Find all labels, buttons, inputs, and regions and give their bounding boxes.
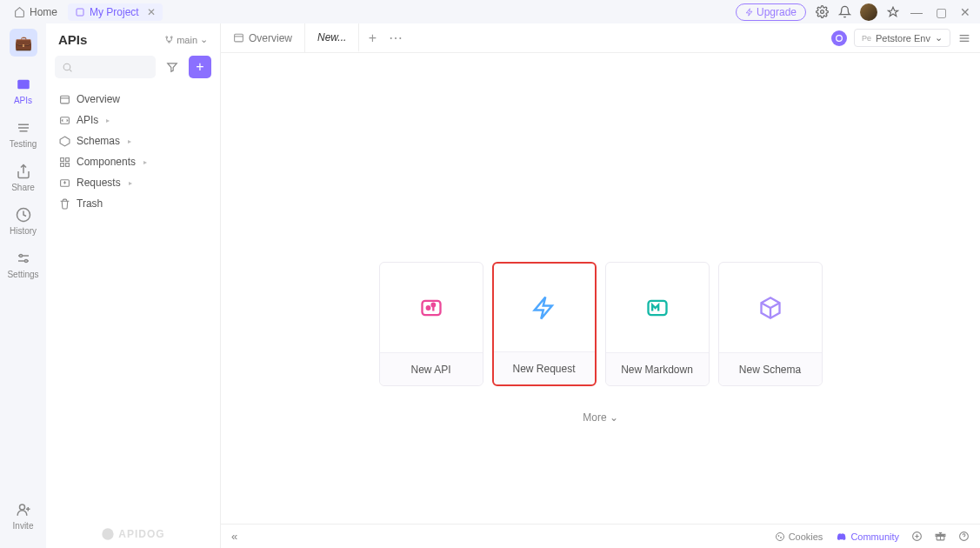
- svg-rect-13: [60, 96, 69, 104]
- request-icon: [494, 264, 595, 351]
- tab-overview[interactable]: Overview: [221, 23, 305, 52]
- card-new-api[interactable]: New API: [379, 262, 483, 386]
- discord-icon: [835, 531, 847, 542]
- history-icon: [15, 206, 32, 224]
- rail-item-testing[interactable]: Testing: [0, 112, 46, 156]
- svg-point-32: [431, 303, 435, 306]
- svg-point-36: [780, 537, 781, 538]
- upgrade-label: Upgrade: [757, 6, 797, 18]
- rail-label: APIs: [14, 96, 32, 105]
- more-link[interactable]: More ⌄: [583, 411, 617, 424]
- overview-icon: [58, 93, 70, 105]
- svg-point-6: [19, 255, 22, 257]
- svg-marker-16: [60, 137, 70, 146]
- branch-selector[interactable]: main ⌄: [164, 34, 208, 45]
- card-new-schema[interactable]: New Schema: [718, 262, 823, 386]
- rail-label: Settings: [7, 270, 38, 279]
- tree-item-requests[interactable]: Requests ▸: [53, 172, 213, 193]
- cookies-label: Cookies: [789, 531, 823, 542]
- markdown-icon: [606, 263, 709, 352]
- settings-icon[interactable]: [815, 5, 829, 19]
- collapse-button[interactable]: «: [231, 530, 237, 543]
- project-briefcase-icon[interactable]: 💼: [10, 29, 37, 57]
- svg-point-1: [820, 10, 823, 14]
- api-icon: [380, 263, 483, 352]
- add-tab-button[interactable]: +: [359, 23, 385, 52]
- maximize-button[interactable]: ▢: [933, 5, 949, 19]
- canvas: New API New Request New Markdown: [221, 53, 980, 524]
- svg-point-9: [166, 37, 168, 38]
- status-help-button[interactable]: [958, 531, 970, 542]
- close-button[interactable]: ✕: [957, 5, 973, 19]
- rail-label: Share: [11, 183, 35, 192]
- content: Overview New... + ⋯ Pe Petstore Env ⌄: [221, 23, 980, 548]
- sidebar: APIs main ⌄ + Overview APIs: [46, 23, 221, 548]
- rail-label: Invite: [13, 521, 34, 531]
- rail-item-share[interactable]: Share: [0, 156, 46, 199]
- community-label: Community: [850, 531, 899, 542]
- card-new-request[interactable]: New Request: [492, 262, 597, 386]
- tree-item-overview[interactable]: Overview: [53, 89, 213, 110]
- schemas-icon: [58, 135, 70, 147]
- tab-more-button[interactable]: ⋯: [385, 23, 406, 52]
- rail-item-apis[interactable]: APIs: [0, 69, 46, 112]
- tabs-row: Overview New... + ⋯ Pe Petstore Env ⌄: [221, 23, 980, 53]
- search-input[interactable]: [55, 56, 156, 78]
- hamburger-button[interactable]: [957, 31, 971, 45]
- rail-item-settings[interactable]: Settings: [0, 243, 46, 286]
- pin-icon[interactable]: [886, 5, 900, 19]
- svg-rect-20: [65, 163, 69, 166]
- close-icon[interactable]: ✕: [147, 6, 156, 18]
- svg-point-30: [426, 306, 430, 310]
- tree-item-components[interactable]: Components ▸: [53, 151, 213, 172]
- project-label: My Project: [90, 6, 139, 18]
- brand-footer: APIDOG: [46, 520, 220, 548]
- svg-rect-2: [17, 80, 30, 90]
- more-label: More: [583, 411, 606, 424]
- sidebar-title: APIs: [58, 32, 87, 47]
- tree-label: Trash: [77, 197, 103, 210]
- home-tab[interactable]: Home: [7, 3, 64, 21]
- lightning-icon: [745, 8, 754, 17]
- tree-item-schemas[interactable]: Schemas ▸: [53, 130, 213, 151]
- svg-point-35: [778, 535, 779, 536]
- svg-point-10: [170, 37, 172, 38]
- env-selector[interactable]: Pe Petstore Env ⌄: [854, 29, 950, 47]
- svg-rect-29: [422, 300, 440, 314]
- svg-rect-17: [60, 157, 63, 161]
- community-button[interactable]: Community: [835, 531, 899, 542]
- user-badge[interactable]: [831, 30, 847, 46]
- status-gift-button[interactable]: [935, 531, 946, 542]
- rail-item-history[interactable]: History: [0, 199, 46, 243]
- rail-label: Testing: [10, 139, 37, 149]
- tree-label: APIs: [77, 114, 98, 126]
- share-icon: [15, 163, 32, 180]
- search-icon: [62, 62, 73, 73]
- filter-button[interactable]: [161, 56, 183, 78]
- env-label: Petstore Env: [876, 33, 930, 43]
- apis-tree-icon: [58, 114, 70, 126]
- bell-icon[interactable]: [837, 5, 851, 19]
- upgrade-button[interactable]: Upgrade: [736, 3, 806, 21]
- tab-new[interactable]: New...: [305, 23, 359, 52]
- plus-circle-icon: [911, 531, 923, 542]
- chevron-down-icon: ⌄: [610, 411, 618, 424]
- tab-label: New...: [317, 31, 346, 43]
- minimize-button[interactable]: —: [909, 5, 924, 19]
- cookies-button[interactable]: Cookies: [775, 531, 823, 542]
- settings-nav-icon: [15, 250, 32, 267]
- card-new-markdown[interactable]: New Markdown: [605, 262, 710, 386]
- tree-item-apis[interactable]: APIs ▸: [53, 110, 213, 130]
- chevron-down-icon: ⌄: [200, 34, 208, 45]
- card-label: New Request: [494, 351, 595, 384]
- svg-point-22: [103, 528, 114, 539]
- avatar[interactable]: [860, 3, 877, 21]
- rail-item-invite[interactable]: Invite: [0, 494, 46, 538]
- add-button[interactable]: +: [189, 56, 211, 78]
- home-icon: [14, 6, 25, 17]
- tree-item-trash[interactable]: Trash: [53, 193, 213, 214]
- brand-text: APIDOG: [118, 528, 164, 540]
- project-tab[interactable]: My Project ✕: [68, 3, 163, 21]
- svg-rect-0: [77, 9, 83, 16]
- status-plus-button[interactable]: [911, 531, 923, 542]
